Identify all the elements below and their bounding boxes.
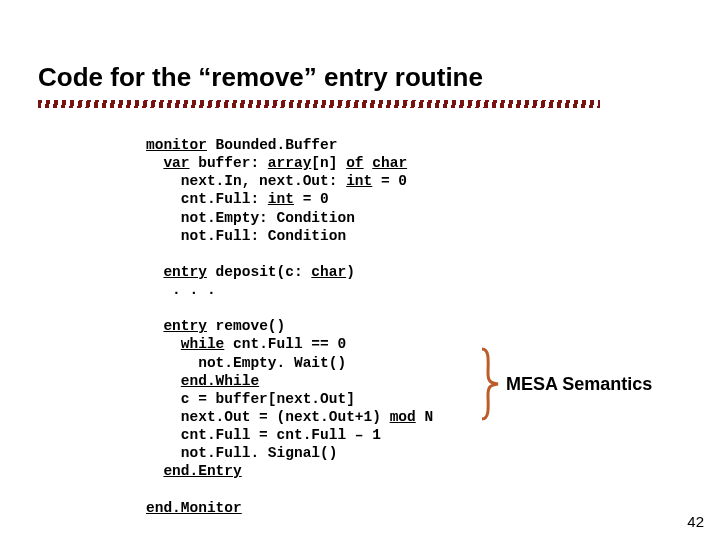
kw-entry: entry	[163, 318, 207, 334]
code-text: = 0	[294, 191, 329, 207]
code-text: next.In, next.Out:	[146, 173, 346, 189]
annotation-text: MESA Semantics	[506, 374, 652, 395]
kw-endentry: end.Entry	[163, 463, 241, 479]
kw-char: char	[311, 264, 346, 280]
kw-of: of	[346, 155, 363, 171]
code-text	[146, 264, 163, 280]
code-text: not.Full. Signal()	[146, 445, 337, 461]
kw-endwhile: end.While	[181, 373, 259, 389]
code-text: deposit(c:	[207, 264, 311, 280]
code-text	[146, 336, 181, 352]
code-text	[364, 155, 373, 171]
kw-endmonitor: end.Monitor	[146, 500, 242, 516]
kw-char: char	[372, 155, 407, 171]
title-underline	[38, 100, 600, 108]
kw-array: array	[268, 155, 312, 171]
code-text: not.Full: Condition	[146, 228, 346, 244]
kw-monitor: monitor	[146, 137, 207, 153]
code-text	[146, 373, 181, 389]
code-text: not.Empty. Wait()	[146, 355, 346, 371]
annotation-callout: MESA Semantics	[478, 345, 652, 423]
kw-entry: entry	[163, 264, 207, 280]
code-text: c = buffer[next.Out]	[146, 391, 355, 407]
code-text: cnt.Full = cnt.Full – 1	[146, 427, 381, 443]
code-text: . . .	[146, 282, 216, 298]
code-text: N	[416, 409, 433, 425]
code-text: remove()	[207, 318, 285, 334]
code-text	[146, 463, 163, 479]
kw-int: int	[268, 191, 294, 207]
code-text: = 0	[372, 173, 407, 189]
code-text: not.Empty: Condition	[146, 210, 355, 226]
page-number: 42	[687, 513, 704, 530]
code-text: buffer:	[190, 155, 268, 171]
slide-title: Code for the “remove” entry routine	[38, 62, 483, 93]
kw-while: while	[181, 336, 225, 352]
code-text: next.Out = (next.Out+1)	[146, 409, 390, 425]
code-text: [n]	[311, 155, 346, 171]
kw-mod: mod	[390, 409, 416, 425]
curly-bracket-icon	[478, 345, 500, 423]
code-block: monitor Bounded.Buffer var buffer: array…	[146, 136, 433, 517]
code-text: cnt.Full == 0	[224, 336, 346, 352]
kw-var: var	[163, 155, 189, 171]
code-text: cnt.Full:	[146, 191, 268, 207]
code-text	[146, 318, 163, 334]
kw-int: int	[346, 173, 372, 189]
code-text: )	[346, 264, 355, 280]
code-text	[146, 155, 163, 171]
code-text: Bounded.Buffer	[207, 137, 338, 153]
